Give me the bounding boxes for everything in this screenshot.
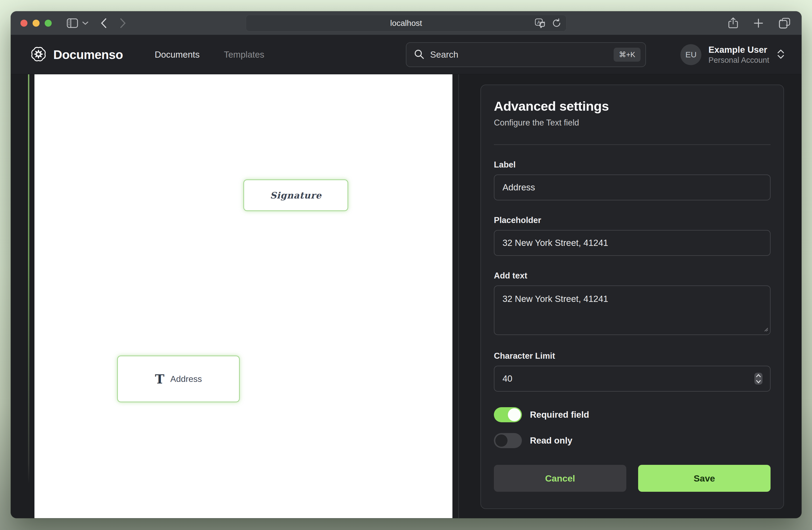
text-field-label: Address bbox=[170, 374, 202, 384]
user-info: Example User Personal Account bbox=[708, 44, 769, 65]
app-header: Documenso Documents Templates Search ⌘+K… bbox=[11, 35, 801, 74]
page-progress-strip bbox=[28, 74, 29, 484]
avatar-initials: EU bbox=[685, 50, 697, 59]
user-account-type: Personal Account bbox=[708, 55, 769, 65]
label-field-label: Label bbox=[494, 160, 771, 170]
user-name: Example User bbox=[708, 44, 769, 55]
forward-button-icon[interactable] bbox=[120, 18, 126, 28]
character-limit-label: Character Limit bbox=[494, 351, 771, 361]
required-field-toggle[interactable] bbox=[494, 407, 522, 422]
chevron-down-icon[interactable] bbox=[82, 21, 88, 25]
close-window-button[interactable] bbox=[20, 20, 27, 27]
reload-icon[interactable] bbox=[552, 18, 561, 28]
nav-documents[interactable]: Documents bbox=[155, 50, 200, 60]
add-text-textarea[interactable]: 32 New York Street, 41241 bbox=[494, 285, 771, 335]
read-only-toggle[interactable] bbox=[494, 433, 522, 448]
save-button[interactable]: Save bbox=[638, 465, 771, 492]
text-field-icon: T bbox=[155, 373, 164, 386]
tab-overview-icon[interactable] bbox=[779, 18, 790, 29]
brand-name: Documenso bbox=[53, 47, 123, 62]
desktop-background: localhost A bbox=[0, 0, 812, 530]
zoom-window-button[interactable] bbox=[45, 20, 52, 27]
back-button-icon[interactable] bbox=[101, 18, 106, 28]
content-divider bbox=[458, 74, 459, 518]
panel-subtitle: Configure the Text field bbox=[494, 118, 771, 128]
browser-window: localhost A bbox=[11, 11, 801, 518]
number-stepper[interactable] bbox=[754, 373, 763, 385]
read-only-label: Read only bbox=[530, 435, 572, 446]
main-nav: Documents Templates bbox=[155, 50, 264, 60]
avatar: EU bbox=[680, 44, 701, 65]
panel-title: Advanced settings bbox=[494, 99, 771, 114]
documenso-logo-icon bbox=[30, 45, 47, 64]
placeholder-input[interactable] bbox=[494, 230, 771, 256]
chevron-up-down-icon bbox=[777, 49, 784, 60]
address-bar-url[interactable]: localhost bbox=[390, 18, 422, 28]
character-limit-input[interactable] bbox=[494, 366, 771, 392]
search-shortcut-badge: ⌘+K bbox=[614, 48, 641, 62]
text-field-address[interactable]: T Address bbox=[117, 355, 240, 402]
cancel-button[interactable]: Cancel bbox=[494, 465, 626, 492]
share-icon[interactable] bbox=[728, 17, 738, 29]
new-tab-icon[interactable] bbox=[754, 18, 763, 28]
required-field-label: Required field bbox=[530, 409, 589, 420]
advanced-settings-panel: Advanced settings Configure the Text fie… bbox=[480, 85, 784, 509]
account-menu[interactable]: EU Example User Personal Account bbox=[680, 44, 784, 65]
browser-toolbar: localhost A bbox=[11, 11, 801, 35]
placeholder-field-label: Placeholder bbox=[494, 215, 771, 225]
required-field-row: Required field bbox=[494, 407, 771, 422]
search-placeholder: Search bbox=[430, 50, 458, 60]
search-icon bbox=[414, 49, 424, 60]
minimize-window-button[interactable] bbox=[32, 20, 40, 27]
brand[interactable]: Documenso bbox=[30, 45, 123, 64]
panel-divider bbox=[494, 144, 771, 145]
nav-templates[interactable]: Templates bbox=[224, 50, 264, 60]
signature-field[interactable]: Signature bbox=[243, 179, 348, 211]
resize-grip-icon[interactable] bbox=[764, 327, 768, 333]
add-text-field-label: Add text bbox=[494, 271, 771, 281]
signature-field-label: Signature bbox=[270, 190, 321, 201]
window-controls bbox=[20, 20, 52, 27]
app-body: Signature T Address Advanced settings Co… bbox=[11, 74, 801, 518]
label-input[interactable] bbox=[494, 175, 771, 200]
translate-icon[interactable]: A bbox=[535, 18, 546, 28]
search-input[interactable]: Search ⌘+K bbox=[406, 42, 646, 67]
address-bar[interactable]: localhost A bbox=[246, 15, 567, 31]
sidebar-toggle-icon[interactable] bbox=[67, 18, 78, 28]
document-page: Signature T Address bbox=[34, 74, 452, 518]
read-only-row: Read only bbox=[494, 433, 771, 448]
